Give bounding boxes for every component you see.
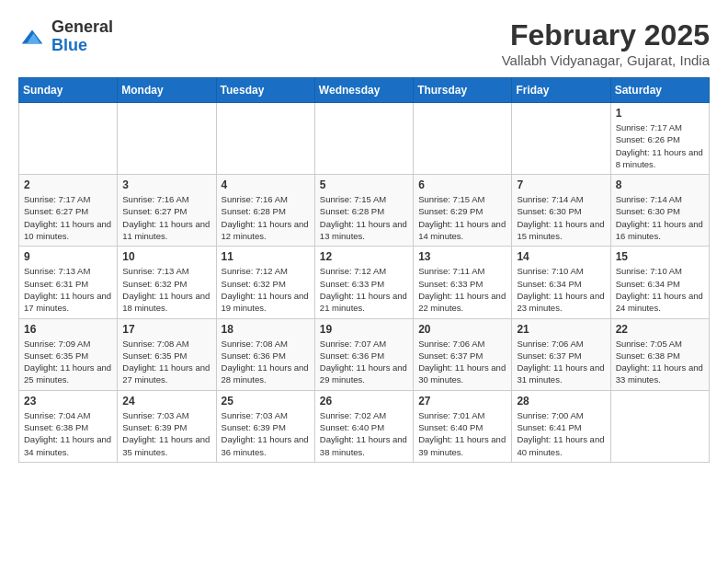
day-info: Sunrise: 7:06 AM Sunset: 6:37 PM Dayligh… xyxy=(418,338,506,386)
day-info: Sunrise: 7:02 AM Sunset: 6:40 PM Dayligh… xyxy=(320,409,408,458)
calendar-cell: 15Sunrise: 7:10 AM Sunset: 6:34 PM Dayli… xyxy=(610,247,709,318)
calendar-cell: 23Sunrise: 7:04 AM Sunset: 6:38 PM Dayli… xyxy=(19,390,118,462)
day-number: 13 xyxy=(418,250,506,263)
calendar-cell xyxy=(414,103,512,175)
day-number: 20 xyxy=(418,323,506,336)
day-number: 14 xyxy=(517,250,605,263)
day-number: 21 xyxy=(517,323,605,336)
day-info: Sunrise: 7:17 AM Sunset: 6:27 PM Dayligh… xyxy=(24,193,112,242)
weekday-header: Thursday xyxy=(414,78,512,103)
calendar-week-row: 2Sunrise: 7:17 AM Sunset: 6:27 PM Daylig… xyxy=(19,175,710,247)
calendar-cell: 24Sunrise: 7:03 AM Sunset: 6:39 PM Dayli… xyxy=(118,390,216,462)
calendar-cell: 11Sunrise: 7:12 AM Sunset: 6:32 PM Dayli… xyxy=(216,247,314,318)
day-info: Sunrise: 7:06 AM Sunset: 6:37 PM Dayligh… xyxy=(517,338,605,386)
day-info: Sunrise: 7:14 AM Sunset: 6:30 PM Dayligh… xyxy=(616,193,704,242)
day-info: Sunrise: 7:01 AM Sunset: 6:40 PM Dayligh… xyxy=(418,409,506,458)
weekday-header: Sunday xyxy=(19,78,118,103)
calendar-cell: 3Sunrise: 7:16 AM Sunset: 6:27 PM Daylig… xyxy=(118,175,216,247)
weekday-header: Wednesday xyxy=(314,78,413,103)
calendar-cell: 14Sunrise: 7:10 AM Sunset: 6:34 PM Dayli… xyxy=(512,247,610,318)
day-info: Sunrise: 7:10 AM Sunset: 6:34 PM Dayligh… xyxy=(616,265,704,314)
day-number: 17 xyxy=(122,323,210,336)
calendar-cell: 10Sunrise: 7:13 AM Sunset: 6:32 PM Dayli… xyxy=(118,247,216,318)
day-info: Sunrise: 7:03 AM Sunset: 6:39 PM Dayligh… xyxy=(122,409,210,458)
calendar-header-row: SundayMondayTuesdayWednesdayThursdayFrid… xyxy=(19,78,710,103)
calendar-cell xyxy=(118,103,216,175)
day-info: Sunrise: 7:08 AM Sunset: 6:36 PM Dayligh… xyxy=(222,338,310,386)
day-number: 3 xyxy=(122,178,210,191)
weekday-header: Monday xyxy=(118,78,216,103)
calendar-cell: 20Sunrise: 7:06 AM Sunset: 6:37 PM Dayli… xyxy=(414,318,512,390)
calendar-cell: 13Sunrise: 7:11 AM Sunset: 6:33 PM Dayli… xyxy=(414,247,512,318)
logo-text: General Blue xyxy=(51,18,113,55)
day-info: Sunrise: 7:04 AM Sunset: 6:38 PM Dayligh… xyxy=(24,409,112,458)
day-info: Sunrise: 7:14 AM Sunset: 6:30 PM Dayligh… xyxy=(517,193,605,242)
day-number: 9 xyxy=(24,250,112,263)
day-number: 19 xyxy=(320,323,408,336)
day-number: 12 xyxy=(320,250,408,263)
day-number: 16 xyxy=(24,323,112,336)
calendar-cell xyxy=(216,103,314,175)
calendar-cell: 18Sunrise: 7:08 AM Sunset: 6:36 PM Dayli… xyxy=(216,318,314,390)
day-info: Sunrise: 7:10 AM Sunset: 6:34 PM Dayligh… xyxy=(517,265,605,314)
weekday-header: Saturday xyxy=(610,78,709,103)
calendar-cell: 22Sunrise: 7:05 AM Sunset: 6:38 PM Dayli… xyxy=(610,318,709,390)
calendar-cell: 16Sunrise: 7:09 AM Sunset: 6:35 PM Dayli… xyxy=(19,318,118,390)
calendar-cell: 1Sunrise: 7:17 AM Sunset: 6:26 PM Daylig… xyxy=(610,103,709,175)
logo-blue: Blue xyxy=(51,36,87,54)
day-info: Sunrise: 7:08 AM Sunset: 6:35 PM Dayligh… xyxy=(122,338,210,386)
page-subtitle: Vallabh Vidyanagar, Gujarat, India xyxy=(502,52,710,68)
calendar-cell: 21Sunrise: 7:06 AM Sunset: 6:37 PM Dayli… xyxy=(512,318,610,390)
calendar-cell: 12Sunrise: 7:12 AM Sunset: 6:33 PM Dayli… xyxy=(314,247,413,318)
day-number: 25 xyxy=(222,395,310,408)
calendar-cell: 2Sunrise: 7:17 AM Sunset: 6:27 PM Daylig… xyxy=(19,175,118,247)
day-number: 5 xyxy=(320,178,408,191)
calendar-cell: 26Sunrise: 7:02 AM Sunset: 6:40 PM Dayli… xyxy=(314,390,413,462)
day-info: Sunrise: 7:17 AM Sunset: 6:26 PM Dayligh… xyxy=(616,121,704,170)
day-info: Sunrise: 7:00 AM Sunset: 6:41 PM Dayligh… xyxy=(517,409,605,458)
day-number: 1 xyxy=(616,107,704,120)
day-number: 7 xyxy=(517,178,605,191)
page-header: General Blue February 2025 Vallabh Vidya… xyxy=(18,18,710,68)
calendar-cell: 6Sunrise: 7:15 AM Sunset: 6:29 PM Daylig… xyxy=(414,175,512,247)
day-number: 11 xyxy=(222,250,310,263)
calendar-cell: 9Sunrise: 7:13 AM Sunset: 6:31 PM Daylig… xyxy=(19,247,118,318)
day-info: Sunrise: 7:16 AM Sunset: 6:28 PM Dayligh… xyxy=(222,193,310,242)
logo: General Blue xyxy=(18,18,113,55)
logo-icon xyxy=(18,23,46,51)
calendar-cell: 7Sunrise: 7:14 AM Sunset: 6:30 PM Daylig… xyxy=(512,175,610,247)
calendar-cell: 25Sunrise: 7:03 AM Sunset: 6:39 PM Dayli… xyxy=(216,390,314,462)
calendar-cell: 8Sunrise: 7:14 AM Sunset: 6:30 PM Daylig… xyxy=(610,175,709,247)
calendar-cell xyxy=(19,103,118,175)
day-info: Sunrise: 7:15 AM Sunset: 6:28 PM Dayligh… xyxy=(320,193,408,242)
day-info: Sunrise: 7:13 AM Sunset: 6:31 PM Dayligh… xyxy=(24,265,112,314)
day-number: 15 xyxy=(616,250,704,263)
calendar-cell: 5Sunrise: 7:15 AM Sunset: 6:28 PM Daylig… xyxy=(314,175,413,247)
day-number: 6 xyxy=(418,178,506,191)
calendar-week-row: 1Sunrise: 7:17 AM Sunset: 6:26 PM Daylig… xyxy=(19,103,710,175)
day-info: Sunrise: 7:12 AM Sunset: 6:32 PM Dayligh… xyxy=(222,265,310,314)
day-number: 26 xyxy=(320,395,408,408)
calendar-cell xyxy=(512,103,610,175)
day-number: 8 xyxy=(616,178,704,191)
day-info: Sunrise: 7:07 AM Sunset: 6:36 PM Dayligh… xyxy=(320,338,408,386)
day-number: 22 xyxy=(616,323,704,336)
calendar-cell xyxy=(314,103,413,175)
calendar-week-row: 23Sunrise: 7:04 AM Sunset: 6:38 PM Dayli… xyxy=(19,390,710,462)
day-number: 10 xyxy=(122,250,210,263)
day-info: Sunrise: 7:05 AM Sunset: 6:38 PM Dayligh… xyxy=(616,338,704,386)
day-info: Sunrise: 7:15 AM Sunset: 6:29 PM Dayligh… xyxy=(418,193,506,242)
calendar-week-row: 9Sunrise: 7:13 AM Sunset: 6:31 PM Daylig… xyxy=(19,247,710,318)
calendar-cell: 27Sunrise: 7:01 AM Sunset: 6:40 PM Dayli… xyxy=(414,390,512,462)
day-info: Sunrise: 7:12 AM Sunset: 6:33 PM Dayligh… xyxy=(320,265,408,314)
day-number: 24 xyxy=(122,395,210,408)
day-info: Sunrise: 7:11 AM Sunset: 6:33 PM Dayligh… xyxy=(418,265,506,314)
weekday-header: Friday xyxy=(512,78,610,103)
day-info: Sunrise: 7:13 AM Sunset: 6:32 PM Dayligh… xyxy=(122,265,210,314)
title-block: February 2025 Vallabh Vidyanagar, Gujara… xyxy=(502,18,710,68)
logo-general: General xyxy=(51,17,113,36)
calendar-cell xyxy=(610,390,709,462)
page-title: February 2025 xyxy=(502,18,710,52)
day-info: Sunrise: 7:09 AM Sunset: 6:35 PM Dayligh… xyxy=(24,338,112,386)
day-number: 2 xyxy=(24,178,112,191)
